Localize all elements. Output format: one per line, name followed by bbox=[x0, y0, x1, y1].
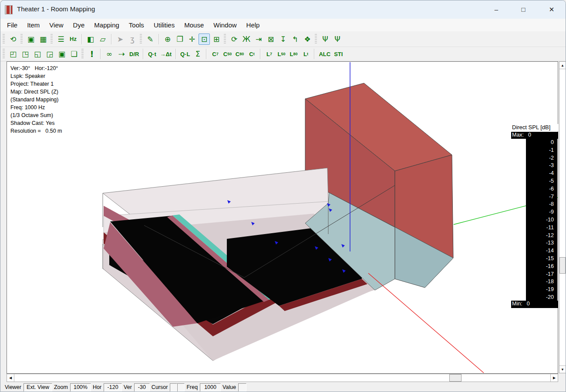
toolbar-grip[interactable] bbox=[81, 49, 84, 59]
toolbar-grip[interactable] bbox=[3, 49, 5, 59]
scroll-left-arrow[interactable]: ◀ bbox=[7, 374, 14, 382]
horizontal-scrollbar[interactable]: ◀ ▶ bbox=[7, 374, 558, 382]
scroll-up-arrow[interactable]: ▲ bbox=[559, 62, 566, 69]
sti-icon[interactable]: STI bbox=[333, 48, 344, 60]
legend-scale-value: -16 bbox=[526, 263, 557, 270]
speaker-person-a-icon[interactable]: Ψ bbox=[320, 34, 331, 45]
layout-top-left-icon[interactable]: ◰ bbox=[7, 48, 19, 60]
vertical-scrollbar[interactable]: ▲ ▼ bbox=[559, 61, 566, 373]
menu-item[interactable]: Item bbox=[22, 21, 44, 29]
speaker-person-b-icon[interactable]: Ψ bbox=[332, 34, 343, 45]
statusbar-label-value: Value bbox=[222, 384, 236, 390]
layout-cascade-icon[interactable]: ❏ bbox=[68, 48, 80, 60]
menu-window[interactable]: Window bbox=[209, 21, 241, 29]
delta-time-icon[interactable]: →Δt bbox=[158, 48, 173, 60]
layout-bottom-left-icon[interactable]: ◱ bbox=[32, 48, 43, 60]
l7-icon[interactable]: L7 bbox=[263, 48, 275, 60]
vertical-scroll-thumb[interactable] bbox=[559, 257, 566, 274]
loudspeaker-list-icon[interactable]: ◧ bbox=[85, 34, 96, 45]
minimize-button[interactable]: – bbox=[488, 4, 505, 15]
toolbar-grip[interactable] bbox=[51, 34, 53, 44]
c50-icon[interactable]: C50 bbox=[222, 48, 233, 60]
zoom-window-icon[interactable]: ⊡ bbox=[199, 34, 210, 45]
export-picture-icon[interactable]: ▦ bbox=[37, 34, 49, 45]
menu-tools[interactable]: Tools bbox=[124, 21, 149, 29]
toolbar-separator bbox=[81, 34, 82, 44]
layout-center-icon[interactable]: ▣ bbox=[56, 48, 67, 60]
menu-file[interactable]: File bbox=[2, 21, 22, 29]
toolbar-separator bbox=[314, 49, 315, 59]
horizontal-scroll-thumb[interactable] bbox=[449, 374, 462, 382]
move-view-icon[interactable]: ✛ bbox=[186, 34, 198, 45]
c7-icon[interactable]: C7 bbox=[209, 48, 221, 60]
toolbar-grip[interactable] bbox=[3, 34, 5, 44]
toolbar-separator bbox=[260, 49, 261, 59]
frequency-bands-icon[interactable]: ☰ bbox=[55, 34, 67, 45]
menu-utilities[interactable]: Utilities bbox=[149, 21, 179, 29]
rotate-view-icon[interactable]: ⟳ bbox=[229, 34, 240, 45]
paint-map-icon[interactable]: ✎ bbox=[145, 34, 156, 45]
statusbar-field-viewer[interactable]: Ext. View bbox=[24, 383, 52, 392]
legend-scale-value: -19 bbox=[526, 286, 557, 293]
audience-areas-icon[interactable]: ▱ bbox=[97, 34, 108, 45]
menu-mouse[interactable]: Mouse bbox=[179, 21, 209, 29]
close-button[interactable]: ✕ bbox=[543, 4, 560, 15]
c80-icon[interactable]: C80 bbox=[234, 48, 245, 60]
scroll-down-arrow[interactable]: ▼ bbox=[559, 365, 566, 373]
room-picture-icon[interactable]: ▣ bbox=[25, 34, 37, 45]
statusbar-field-zoom[interactable]: 100% bbox=[70, 383, 91, 392]
legend-scale-value: -20 bbox=[526, 294, 557, 301]
statusbar-field-ver[interactable]: -30 bbox=[134, 383, 150, 392]
legend-scale-value: -15 bbox=[526, 255, 557, 262]
scroll-right-arrow[interactable]: ▶ bbox=[550, 374, 558, 382]
alert-icon[interactable]: ! bbox=[86, 48, 98, 60]
maximize-button[interactable]: □ bbox=[515, 4, 532, 15]
zoom-fit-icon[interactable]: ⊞ bbox=[211, 34, 222, 45]
previous-view-icon[interactable]: ↰ bbox=[290, 34, 301, 45]
frequency-hz-icon[interactable]: Hz bbox=[67, 34, 79, 45]
toolbar-grip[interactable] bbox=[140, 34, 142, 44]
statusbar-field-freq[interactable]: 1000 bbox=[200, 383, 221, 392]
full-view-icon[interactable]: ❖ bbox=[302, 34, 313, 45]
l80-icon[interactable]: L80 bbox=[288, 48, 299, 60]
pick-probe-icon[interactable]: ➤ bbox=[115, 34, 126, 45]
enter-room-icon[interactable]: ⇥ bbox=[253, 34, 264, 45]
statusbar-field-cursor[interactable] bbox=[170, 383, 177, 392]
direct-reverb-icon[interactable]: D/R bbox=[128, 48, 140, 60]
toolbar-grip[interactable] bbox=[20, 34, 23, 44]
recompute-icon[interactable]: ⟲ bbox=[7, 34, 19, 45]
toolbar-grip[interactable] bbox=[224, 34, 226, 44]
listen-ear-icon[interactable]: ʒ bbox=[127, 34, 138, 45]
q-time-icon[interactable]: Q·t bbox=[146, 48, 158, 60]
statusbar-field-extra[interactable] bbox=[177, 383, 185, 392]
download-view-icon[interactable]: ↧ bbox=[277, 34, 289, 45]
toolbar-grip[interactable] bbox=[315, 34, 317, 44]
statusbar-field-value[interactable] bbox=[238, 383, 246, 392]
menu-view[interactable]: View bbox=[44, 21, 68, 29]
legend-scale-value: -14 bbox=[526, 247, 557, 254]
room-3d-view[interactable]: Ver:-30° Hor:-120° Lspk: Speaker Project… bbox=[7, 61, 558, 374]
statusbar-label-hor: Hor bbox=[93, 384, 101, 390]
ct-icon[interactable]: Ct bbox=[246, 48, 257, 60]
walker-icon[interactable]: Ж bbox=[241, 34, 252, 45]
center-view-icon[interactable]: ⊕ bbox=[162, 34, 173, 45]
legend-scale-value: -2 bbox=[526, 154, 557, 161]
overlap-windows-icon[interactable]: ❐ bbox=[174, 34, 185, 45]
window-view-icon[interactable]: ⊠ bbox=[265, 34, 276, 45]
toolbar-separator bbox=[175, 49, 176, 59]
menu-help[interactable]: Help bbox=[242, 21, 265, 29]
q-level-icon[interactable]: Q·L bbox=[179, 48, 191, 60]
layout-top-right-icon[interactable]: ◳ bbox=[20, 48, 31, 60]
signal-flow-icon[interactable]: ⇢ bbox=[116, 48, 127, 60]
menu-mapping[interactable]: Mapping bbox=[89, 21, 124, 29]
link-icon[interactable]: ∞ bbox=[104, 48, 115, 60]
legend-scale-value: -11 bbox=[526, 224, 557, 231]
alc-icon[interactable]: ALC bbox=[317, 48, 332, 60]
lt-icon[interactable]: Lt bbox=[300, 48, 311, 60]
statusbar-field-hor[interactable]: -120 bbox=[104, 383, 122, 392]
ease-app-icon bbox=[5, 5, 13, 14]
menu-dye[interactable]: Dye bbox=[68, 21, 90, 29]
sum-icon[interactable]: Σ bbox=[192, 48, 203, 60]
layout-bottom-right-icon[interactable]: ◲ bbox=[44, 48, 55, 60]
l50-icon[interactable]: L50 bbox=[276, 48, 287, 60]
